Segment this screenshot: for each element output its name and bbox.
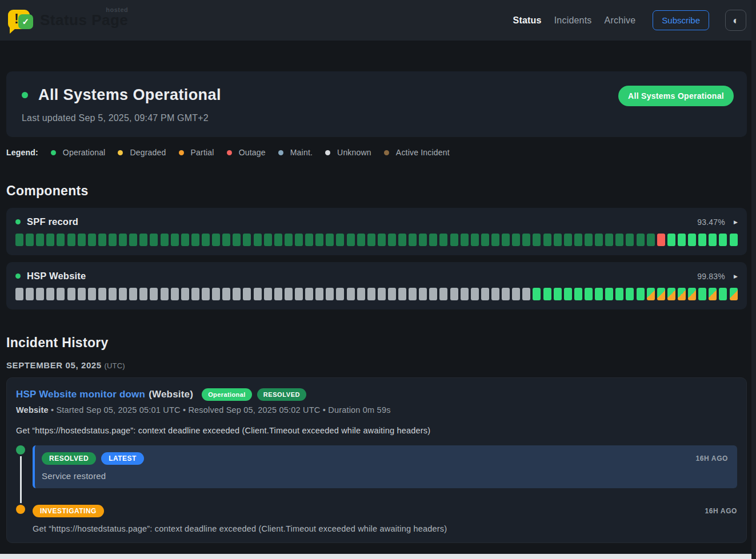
uptime-bar[interactable]: [688, 234, 696, 246]
uptime-bar[interactable]: [212, 288, 220, 300]
uptime-bar[interactable]: [26, 288, 34, 300]
uptime-bar[interactable]: [595, 234, 603, 246]
uptime-bar[interactable]: [36, 234, 44, 246]
uptime-bar[interactable]: [129, 234, 137, 246]
nav-item-incidents[interactable]: Incidents: [554, 15, 592, 26]
subscribe-button[interactable]: Subscribe: [653, 10, 709, 30]
uptime-bar[interactable]: [512, 234, 520, 246]
uptime-bar[interactable]: [326, 234, 334, 246]
uptime-bar[interactable]: [161, 234, 169, 246]
uptime-bar[interactable]: [533, 288, 541, 300]
uptime-bar[interactable]: [129, 288, 137, 300]
uptime-bar[interactable]: [285, 288, 293, 300]
uptime-bar[interactable]: [491, 288, 499, 300]
uptime-bar[interactable]: [336, 234, 344, 246]
expand-arrow-icon[interactable]: ▶: [734, 219, 738, 225]
uptime-bar[interactable]: [57, 288, 65, 300]
uptime-bar[interactable]: [574, 234, 582, 246]
uptime-bar[interactable]: [222, 288, 230, 300]
uptime-bar[interactable]: [388, 288, 396, 300]
uptime-bar[interactable]: [295, 234, 303, 246]
uptime-bar[interactable]: [57, 234, 65, 246]
uptime-bar[interactable]: [181, 288, 189, 300]
uptime-bar[interactable]: [429, 234, 437, 246]
uptime-bar[interactable]: [533, 234, 541, 246]
uptime-bar[interactable]: [667, 234, 675, 246]
uptime-bar[interactable]: [222, 234, 230, 246]
uptime-bar[interactable]: [367, 234, 375, 246]
uptime-bar[interactable]: [15, 234, 23, 246]
uptime-bar[interactable]: [119, 288, 127, 300]
uptime-bar[interactable]: [439, 234, 447, 246]
uptime-bar[interactable]: [88, 234, 96, 246]
uptime-bar[interactable]: [315, 234, 323, 246]
uptime-bar[interactable]: [605, 234, 613, 246]
uptime-bar[interactable]: [139, 288, 147, 300]
uptime-bar[interactable]: [678, 234, 686, 246]
uptime-bar[interactable]: [615, 288, 623, 300]
uptime-bar[interactable]: [585, 288, 593, 300]
uptime-bar[interactable]: [254, 288, 262, 300]
uptime-bar[interactable]: [615, 234, 623, 246]
uptime-bar[interactable]: [388, 234, 396, 246]
uptime-bar[interactable]: [522, 234, 530, 246]
uptime-bar[interactable]: [305, 288, 313, 300]
uptime-bar[interactable]: [305, 234, 313, 246]
uptime-bar[interactable]: [212, 234, 220, 246]
uptime-bar[interactable]: [347, 234, 355, 246]
uptime-bar[interactable]: [554, 288, 562, 300]
uptime-bar[interactable]: [419, 288, 427, 300]
uptime-bar[interactable]: [67, 288, 75, 300]
uptime-bar[interactable]: [439, 288, 447, 300]
uptime-bar[interactable]: [429, 288, 437, 300]
uptime-bar[interactable]: [336, 288, 344, 300]
uptime-bar[interactable]: [150, 234, 158, 246]
uptime-bar[interactable]: [595, 288, 603, 300]
uptime-bar[interactable]: [326, 288, 334, 300]
uptime-bar[interactable]: [637, 288, 645, 300]
uptime-bar[interactable]: [698, 234, 706, 246]
uptime-bar[interactable]: [564, 234, 572, 246]
uptime-bar[interactable]: [730, 288, 738, 300]
uptime-bar[interactable]: [233, 234, 241, 246]
uptime-bar[interactable]: [274, 288, 282, 300]
uptime-bar[interactable]: [502, 234, 510, 246]
uptime-bar[interactable]: [574, 288, 582, 300]
uptime-bar[interactable]: [171, 288, 179, 300]
uptime-bar[interactable]: [730, 234, 738, 246]
uptime-bar[interactable]: [522, 288, 530, 300]
uptime-bar[interactable]: [585, 234, 593, 246]
uptime-bar[interactable]: [88, 288, 96, 300]
uptime-bar[interactable]: [461, 234, 469, 246]
uptime-bar[interactable]: [191, 288, 199, 300]
uptime-bar[interactable]: [688, 288, 696, 300]
uptime-bar[interactable]: [719, 288, 727, 300]
uptime-bar[interactable]: [398, 234, 406, 246]
uptime-bar[interactable]: [119, 234, 127, 246]
uptime-bar[interactable]: [378, 234, 386, 246]
uptime-bar[interactable]: [709, 288, 717, 300]
uptime-bar[interactable]: [181, 234, 189, 246]
uptime-bar[interactable]: [471, 234, 479, 246]
uptime-bar[interactable]: [367, 288, 375, 300]
uptime-bar[interactable]: [357, 288, 365, 300]
uptime-bar[interactable]: [109, 288, 117, 300]
uptime-bar[interactable]: [171, 234, 179, 246]
uptime-bar[interactable]: [357, 234, 365, 246]
uptime-bar[interactable]: [347, 288, 355, 300]
expand-arrow-icon[interactable]: ▶: [734, 274, 738, 279]
uptime-bar[interactable]: [78, 288, 86, 300]
uptime-bar[interactable]: [202, 288, 210, 300]
uptime-bar[interactable]: [15, 288, 23, 300]
uptime-bar[interactable]: [139, 234, 147, 246]
uptime-bar[interactable]: [678, 288, 686, 300]
uptime-bar[interactable]: [378, 288, 386, 300]
uptime-bar[interactable]: [471, 288, 479, 300]
uptime-bar[interactable]: [647, 288, 655, 300]
uptime-bar[interactable]: [512, 288, 520, 300]
uptime-bar[interactable]: [98, 288, 106, 300]
uptime-bar[interactable]: [202, 234, 210, 246]
uptime-bar[interactable]: [543, 234, 551, 246]
uptime-bar[interactable]: [647, 234, 655, 246]
nav-item-archive[interactable]: Archive: [605, 15, 636, 26]
